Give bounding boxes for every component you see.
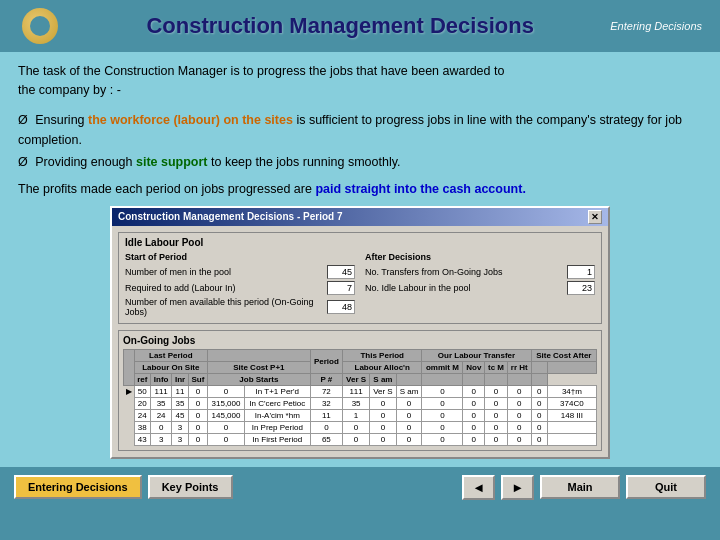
th-inr: Inr bbox=[172, 373, 188, 385]
bottom-left-buttons: Entering Decisions Key Points bbox=[14, 475, 233, 499]
profits-text: The profits made each period on jobs pro… bbox=[18, 182, 702, 196]
th-ommit: ommit M bbox=[422, 361, 463, 373]
th-suf: Suf bbox=[188, 373, 207, 385]
th-ref: ref bbox=[134, 373, 150, 385]
row-arrow-5 bbox=[124, 433, 135, 445]
dialog-body: Idle Labour Pool Start of Period Number … bbox=[112, 226, 608, 457]
th-lt3 bbox=[463, 373, 485, 385]
th-rrht: rr Ht bbox=[507, 361, 531, 373]
idle-labour-pool-section: Idle Labour Pool Start of Period Number … bbox=[118, 232, 602, 324]
dialog-close-button[interactable]: ✕ bbox=[588, 210, 602, 224]
quit-button[interactable]: Quit bbox=[626, 475, 706, 499]
intro-text: The task of the Construction Manager is … bbox=[18, 62, 702, 100]
bullet-section: Ø Ensuring the workforce (labour) on the… bbox=[18, 110, 702, 172]
th-labour-alloc: Labour Alloc'n bbox=[343, 361, 422, 373]
dialog-window: Construction Management Decisions - Peri… bbox=[110, 206, 610, 459]
th-this-period: This Period bbox=[343, 349, 422, 361]
company-logo bbox=[22, 8, 58, 44]
th-la-ver: Ver S bbox=[343, 373, 370, 385]
back-button[interactable]: ◄ bbox=[462, 475, 495, 500]
table-row: 2035350 315,000In C'cerc Petioc 32 3500 … bbox=[124, 397, 597, 409]
start-period-label: Start of Period bbox=[125, 252, 355, 262]
bullet-symbol-2: Ø bbox=[18, 155, 28, 169]
header-subtitle: Entering Decisions bbox=[610, 20, 710, 32]
idle-pool-cols: Start of Period Number of men in the poo… bbox=[125, 252, 595, 319]
idle-pool-label: Idle Labour Pool bbox=[125, 237, 595, 248]
th-lt4 bbox=[485, 373, 508, 385]
th-last-period: Last Period bbox=[134, 349, 208, 361]
field-row-2: Required to add (Labour In) bbox=[125, 281, 355, 295]
start-period-col: Start of Period Number of men in the poo… bbox=[125, 252, 355, 319]
table-row: 43330 0In First Period 65 000 0000 0 bbox=[124, 433, 597, 445]
field-row-3: Number of men available this period (On-… bbox=[125, 297, 355, 317]
row-arrow-1: ▶ bbox=[124, 385, 135, 397]
field-input-available[interactable] bbox=[327, 300, 355, 314]
row-arrow-4 bbox=[124, 421, 135, 433]
bullet-item-2: Ø Providing enough site support to keep … bbox=[18, 152, 702, 172]
th-sc-a bbox=[507, 373, 531, 385]
table-row: 38030 0In Prep Period 0 000 0000 0 bbox=[124, 421, 597, 433]
field-row-4: No. Transfers from On-Going Jobs bbox=[365, 265, 595, 279]
bottom-right-buttons: ◄ ► Main Quit bbox=[462, 475, 706, 500]
th-sc-b bbox=[531, 373, 547, 385]
table-row: ▶ 50111110 0In T+1 Per'd 72 111Ver SS am… bbox=[124, 385, 597, 397]
field-input-men-pool[interactable] bbox=[327, 265, 355, 279]
field-label-transfers: No. Transfers from On-Going Jobs bbox=[365, 267, 567, 277]
after-decisions-label: After Decisions bbox=[365, 252, 595, 262]
th-period: Period bbox=[310, 349, 342, 373]
th-sc2 bbox=[547, 361, 596, 373]
field-label-available: Number of men available this period (On-… bbox=[125, 297, 327, 317]
field-label-idle: No. Idle Labour in the pool bbox=[365, 283, 567, 293]
entering-decisions-button[interactable]: Entering Decisions bbox=[14, 475, 142, 499]
th-info: Info bbox=[150, 373, 171, 385]
content-area: The task of the Construction Manager is … bbox=[0, 52, 720, 467]
field-input-idle[interactable] bbox=[567, 281, 595, 295]
header: Construction Management Decisions Enteri… bbox=[0, 0, 720, 52]
forward-button[interactable]: ► bbox=[501, 475, 534, 500]
highlight-site-support: site support bbox=[136, 155, 208, 169]
ongoing-jobs-section: On-Going Jobs Last Period Period This Pe… bbox=[118, 330, 602, 451]
after-decisions-col: After Decisions No. Transfers from On-Go… bbox=[365, 252, 595, 319]
th-lt1 bbox=[396, 373, 422, 385]
field-row-5: No. Idle Labour in the pool bbox=[365, 281, 595, 295]
row-arrow-2 bbox=[124, 397, 135, 409]
field-input-required[interactable] bbox=[327, 281, 355, 295]
logo-area bbox=[10, 6, 70, 46]
field-label-men-pool: Number of men in the pool bbox=[125, 267, 327, 277]
dialog-title: Construction Management Decisions - Peri… bbox=[118, 211, 342, 222]
bullet-item-1: Ø Ensuring the workforce (labour) on the… bbox=[18, 110, 702, 150]
th-la-s: S am bbox=[370, 373, 397, 385]
main-button[interactable]: Main bbox=[540, 475, 620, 499]
dialog-titlebar: Construction Management Decisions - Peri… bbox=[112, 208, 608, 226]
th-site-cost: Site Cost After bbox=[531, 349, 596, 361]
th-last-period-2 bbox=[208, 349, 311, 361]
row-arrow-3 bbox=[124, 409, 135, 421]
table-row: 2424450 145,000In-A'cim *hm 11 100 0000 … bbox=[124, 409, 597, 421]
bottom-bar: Entering Decisions Key Points ◄ ► Main Q… bbox=[0, 467, 720, 508]
jobs-table: Last Period Period This Period Our Labou… bbox=[123, 349, 597, 446]
bullet-symbol-1: Ø bbox=[18, 113, 28, 127]
field-row-1: Number of men in the pool bbox=[125, 265, 355, 279]
ongoing-jobs-label: On-Going Jobs bbox=[123, 335, 597, 346]
th-labour-on-site: Labour On Site bbox=[134, 361, 208, 373]
th-labour-transfer: Our Labour Transfer bbox=[422, 349, 531, 361]
key-points-button[interactable]: Key Points bbox=[148, 475, 233, 499]
highlight-workforce: the workforce (labour) on the sites bbox=[88, 113, 293, 127]
th-lt2 bbox=[422, 373, 463, 385]
th-p-num: P # bbox=[310, 373, 342, 385]
field-label-required: Required to add (Labour In) bbox=[125, 283, 327, 293]
field-input-transfers[interactable] bbox=[567, 265, 595, 279]
th-site-cost-p1: Site Cost P+1 bbox=[208, 361, 311, 373]
th-job-starts: Job Starts bbox=[208, 373, 311, 385]
highlight-cash: paid straight into the cash account. bbox=[315, 182, 525, 196]
th-sc1 bbox=[531, 361, 547, 373]
th-tc: tc M bbox=[485, 361, 508, 373]
th-arrow bbox=[124, 349, 135, 385]
page-title: Construction Management Decisions bbox=[70, 13, 610, 39]
th-nov: Nov bbox=[463, 361, 485, 373]
